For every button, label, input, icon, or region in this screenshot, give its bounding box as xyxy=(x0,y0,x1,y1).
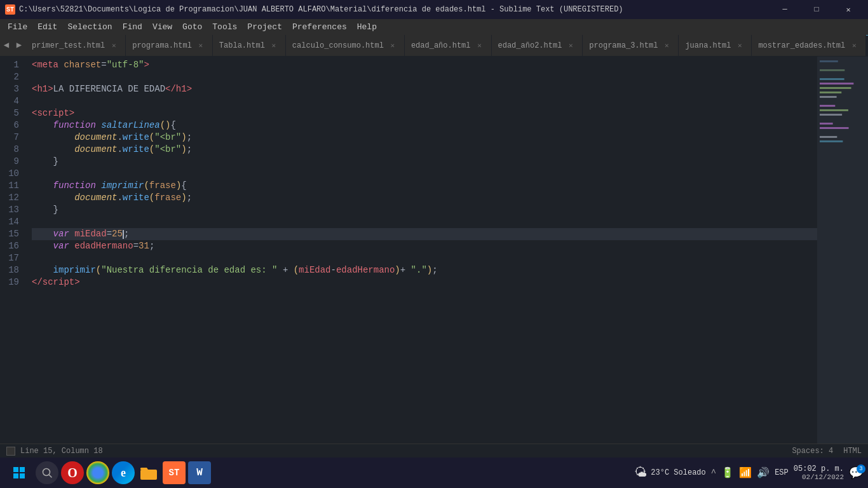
code-line-9: } xyxy=(32,156,817,168)
tab-mostrar-edades[interactable]: mostrar_edades.html ✕ xyxy=(752,35,866,56)
window-controls: ─ □ ✕ xyxy=(770,0,863,19)
menu-file[interactable]: File xyxy=(3,19,32,34)
sublime-text-icon[interactable]: ST xyxy=(163,461,186,484)
windows-logo-icon xyxy=(13,467,25,478)
code-line-12: document.write(frase); xyxy=(32,192,817,204)
spaces-indicator[interactable]: Spaces: 4 xyxy=(792,447,833,456)
code-line-17 xyxy=(32,252,817,264)
code-line-10 xyxy=(32,168,817,180)
tab-label: programa.html xyxy=(132,41,192,50)
menu-tools[interactable]: Tools xyxy=(207,19,242,34)
code-line-4 xyxy=(32,95,817,107)
weather-icon: 🌤 xyxy=(634,465,647,480)
editor-container: 1 2 3 4 5 6 7 8 9 10 11 12 13 14 15 16 1… xyxy=(0,57,868,444)
code-line-13: } xyxy=(32,204,817,216)
status-bar: Line 15, Column 18 Spaces: 4 HTML xyxy=(0,444,868,458)
menu-project[interactable]: Project xyxy=(242,19,287,34)
search-button[interactable] xyxy=(36,461,58,484)
line-numbers: 1 2 3 4 5 6 7 8 9 10 11 12 13 14 15 16 1… xyxy=(0,57,27,444)
code-line-6: function saltarLinea(){ xyxy=(32,119,817,132)
menu-bar: File Edit Selection Find View Goto Tools… xyxy=(0,19,868,34)
edge-icon[interactable]: e xyxy=(112,461,135,484)
code-line-18: imprimir("Nuestra diferencia de edad es:… xyxy=(32,264,817,276)
network-icon: 📶 xyxy=(739,466,752,479)
folder-icon xyxy=(139,463,158,482)
notification-area[interactable]: 💬 3 xyxy=(849,466,863,480)
menu-help[interactable]: Help xyxy=(352,19,382,34)
code-line-2 xyxy=(32,71,817,83)
tab-programa[interactable]: programa.html ✕ xyxy=(126,35,213,56)
tab-close-icon[interactable]: ✕ xyxy=(661,41,672,51)
volume-icon: 🔊 xyxy=(757,466,770,479)
title-left: ST C:\Users\52821\Documents\Logica de Pr… xyxy=(5,4,623,15)
code-line-14 xyxy=(32,216,817,228)
tab-label: programa_3.html xyxy=(589,41,658,50)
tab-close-icon[interactable]: ✕ xyxy=(735,41,745,51)
taskbar: O e ST W 🌤 23°C Soleado ^ 🔋 📶 🔊 xyxy=(0,458,868,488)
system-tray: 🌤 23°C Soleado xyxy=(634,465,705,480)
tab-calculo-consumo[interactable]: calculo_consumo.html ✕ xyxy=(286,35,405,56)
tab-tabla[interactable]: Tabla.html ✕ xyxy=(213,35,286,56)
status-left: Line 15, Column 18 xyxy=(6,447,103,456)
code-line-1: <meta charset="utf-8"> xyxy=(32,59,817,71)
tab-label: Tabla.html xyxy=(219,41,265,50)
file-explorer-icon[interactable] xyxy=(137,461,160,484)
menu-find[interactable]: Find xyxy=(118,19,147,34)
tab-prev-button[interactable]: ◀ xyxy=(0,34,13,56)
battery-icon: 🔋 xyxy=(721,466,734,479)
svg-point-0 xyxy=(43,469,50,476)
tab-bar: ◀ ▶ primer_test.html ✕ programa.html ✕ T… xyxy=(0,34,868,57)
temperature-display: 23°C Soleado xyxy=(651,468,705,477)
opera-icon[interactable]: O xyxy=(61,461,84,484)
tab-close-icon[interactable]: ✕ xyxy=(269,41,279,51)
tab-close-icon[interactable]: ✕ xyxy=(196,41,206,51)
svg-line-1 xyxy=(50,475,52,478)
tab-programa-3[interactable]: programa_3.html ✕ xyxy=(583,35,679,56)
app-icon: ST xyxy=(5,4,15,15)
word-icon[interactable]: W xyxy=(188,461,211,484)
svg-rect-2 xyxy=(140,470,157,480)
menu-edit[interactable]: Edit xyxy=(32,19,62,34)
time-display: 05:02 p. m. xyxy=(794,464,844,473)
tab-label: mostrar_edades.html xyxy=(758,41,845,50)
menu-selection[interactable]: Selection xyxy=(62,19,117,34)
tab-close-icon[interactable]: ✕ xyxy=(849,41,859,51)
menu-view[interactable]: View xyxy=(147,19,177,34)
chrome-icon[interactable] xyxy=(86,461,109,484)
windows-start-button[interactable] xyxy=(5,459,33,487)
code-line-16: var edadHermano=31; xyxy=(32,240,817,252)
notification-badge: 3 xyxy=(857,464,865,473)
tray-expand-icon[interactable]: ^ xyxy=(711,468,716,478)
minimize-button[interactable]: ─ xyxy=(770,0,799,19)
line-col-indicator[interactable]: Line 15, Column 18 xyxy=(20,447,103,456)
date-display: 02/12/2022 xyxy=(794,473,844,481)
tab-close-icon[interactable]: ✕ xyxy=(566,41,576,51)
tab-close-icon[interactable]: ✕ xyxy=(475,41,485,51)
tab-label: edad_año.html xyxy=(411,41,471,50)
clock[interactable]: 05:02 p. m. 02/12/2022 xyxy=(794,464,844,481)
tab-edad-ano[interactable]: edad_año.html ✕ xyxy=(405,35,492,56)
tab-next-button[interactable]: ▶ xyxy=(13,34,25,56)
maximize-button[interactable]: □ xyxy=(802,0,831,19)
language-indicator[interactable]: HTML xyxy=(843,447,862,456)
tab-close-icon[interactable]: ✕ xyxy=(388,41,398,51)
tab-close-icon[interactable]: ✕ xyxy=(109,41,119,51)
tab-label: primer_test.html xyxy=(32,41,105,50)
menu-goto[interactable]: Goto xyxy=(177,19,207,34)
language-display[interactable]: ESP xyxy=(775,468,789,477)
taskbar-right: 🌤 23°C Soleado ^ 🔋 📶 🔊 ESP 05:02 p. m. 0… xyxy=(634,464,863,481)
code-area[interactable]: <meta charset="utf-8"> <h1>LA DIFERENCIA… xyxy=(27,57,817,444)
tab-primer-test[interactable]: primer_test.html ✕ xyxy=(25,35,126,56)
tab-juana[interactable]: juana.html ✕ xyxy=(679,35,752,56)
taskbar-left: O e ST W xyxy=(5,459,211,487)
code-line-15: var miEdad=25; xyxy=(32,228,817,240)
menu-preferences[interactable]: Preferences xyxy=(287,19,352,34)
close-button[interactable]: ✕ xyxy=(834,0,863,19)
tab-label: calculo_consumo.html xyxy=(292,41,384,50)
tab-edad-ano2[interactable]: edad_año2.html ✕ xyxy=(492,35,583,56)
code-line-5: <script> xyxy=(32,107,817,119)
tab-label: edad_año2.html xyxy=(498,41,562,50)
tab-label: juana.html xyxy=(685,41,731,50)
status-right: Spaces: 4 HTML xyxy=(792,447,862,456)
minimap xyxy=(817,57,868,444)
